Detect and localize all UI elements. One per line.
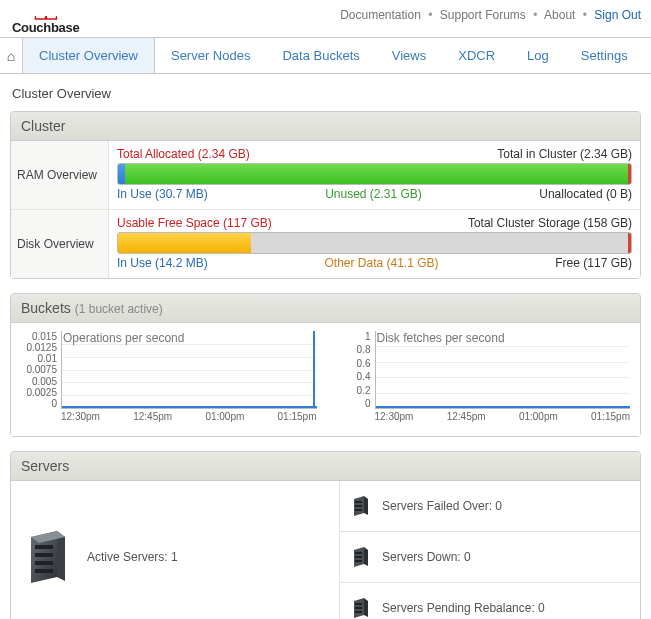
servers-failed-over-row: Servers Failed Over: 0 bbox=[340, 481, 640, 532]
ops-chart-title: Operations per second bbox=[63, 331, 184, 345]
ram-unallocated: Unallocated (0 B) bbox=[539, 187, 632, 201]
disk-total-storage: Total Cluster Storage (158 GB) bbox=[468, 216, 632, 230]
disk-overview-row: Disk Overview Usable Free Space (117 GB)… bbox=[11, 210, 640, 278]
tab-server-nodes[interactable]: Server Nodes bbox=[155, 38, 266, 73]
y-tick: 0.0125 bbox=[26, 342, 57, 353]
x-tick: 01:15pm bbox=[278, 411, 317, 422]
documentation-link[interactable]: Documentation bbox=[340, 8, 421, 22]
fetch-chart-title: Disk fetches per second bbox=[377, 331, 505, 345]
disk-usable-free: Usable Free Space (117 GB) bbox=[117, 216, 272, 230]
couchbase-logo-icon: ⎵⎵ bbox=[35, 6, 57, 20]
y-tick: 0.0075 bbox=[26, 364, 57, 375]
svg-marker-13 bbox=[364, 547, 368, 566]
page-title: Cluster Overview bbox=[12, 86, 641, 101]
servers-panel-header: Servers bbox=[11, 452, 640, 481]
server-icon bbox=[352, 597, 370, 619]
x-tick: 01:00pm bbox=[205, 411, 244, 422]
tab-log[interactable]: Log bbox=[511, 38, 565, 73]
separator: • bbox=[428, 8, 432, 22]
home-icon[interactable]: ⌂ bbox=[0, 40, 22, 72]
ram-overview-label: RAM Overview bbox=[11, 141, 109, 209]
ram-bar-end-tick bbox=[628, 163, 631, 185]
disk-bar-end-tick bbox=[628, 232, 631, 254]
support-forums-link[interactable]: Support Forums bbox=[440, 8, 526, 22]
ram-bar bbox=[117, 163, 632, 185]
ram-total-allocated: Total Allocated (2.34 GB) bbox=[117, 147, 250, 161]
servers-down-text: Servers Down: 0 bbox=[382, 550, 471, 564]
sign-out-link[interactable]: Sign Out bbox=[594, 8, 641, 22]
y-tick: 0.8 bbox=[357, 344, 371, 355]
top-links: Documentation • Support Forums • About •… bbox=[340, 6, 641, 22]
x-tick: 12:30pm bbox=[375, 411, 414, 422]
logo[interactable]: ⎵⎵ Couchbase bbox=[12, 6, 79, 35]
y-tick: 0.2 bbox=[357, 385, 371, 396]
y-tick: 0.0025 bbox=[26, 387, 57, 398]
buckets-header-title: Buckets bbox=[21, 300, 71, 316]
servers-pending-rebalance-text: Servers Pending Rebalance: 0 bbox=[382, 601, 545, 615]
svg-rect-21 bbox=[355, 611, 362, 613]
svg-rect-6 bbox=[35, 569, 53, 573]
svg-rect-19 bbox=[355, 603, 362, 605]
disk-bar bbox=[117, 232, 632, 254]
svg-rect-4 bbox=[35, 553, 53, 557]
tab-data-buckets[interactable]: Data Buckets bbox=[266, 38, 375, 73]
ram-in-use: In Use (30.7 MB) bbox=[117, 187, 208, 201]
disk-free: Free (117 GB) bbox=[555, 256, 632, 270]
y-tick: 0 bbox=[51, 398, 57, 409]
ops-chart: Operations per second 0.015 0.0125 0.01 … bbox=[21, 331, 317, 422]
svg-marker-8 bbox=[364, 496, 368, 515]
servers-down-row: Servers Down: 0 bbox=[340, 532, 640, 583]
y-tick: 1 bbox=[365, 331, 371, 342]
svg-rect-14 bbox=[355, 552, 362, 554]
buckets-header-sub: (1 bucket active) bbox=[75, 302, 163, 316]
main-nav: ⌂ Cluster Overview Server Nodes Data Buc… bbox=[0, 38, 651, 74]
tab-xdcr[interactable]: XDCR bbox=[442, 38, 511, 73]
separator: • bbox=[583, 8, 587, 22]
fetch-x-axis: 12:30pm 12:45pm 01:00pm 01:15pm bbox=[375, 411, 631, 422]
svg-rect-20 bbox=[355, 607, 362, 609]
x-tick: 12:30pm bbox=[61, 411, 100, 422]
svg-rect-10 bbox=[355, 505, 362, 507]
disk-overview-label: Disk Overview bbox=[11, 210, 109, 278]
about-link[interactable]: About bbox=[544, 8, 575, 22]
server-icon bbox=[352, 546, 370, 568]
active-servers-text: Active Servers: 1 bbox=[87, 550, 178, 564]
y-tick: 0.005 bbox=[32, 376, 57, 387]
servers-pending-rebalance-row: Servers Pending Rebalance: 0 bbox=[340, 583, 640, 619]
tab-settings[interactable]: Settings bbox=[565, 38, 644, 73]
disk-in-use: In Use (14.2 MB) bbox=[117, 256, 208, 270]
server-icon bbox=[25, 529, 69, 585]
y-tick: 0.01 bbox=[38, 353, 57, 364]
content: Cluster Overview Cluster RAM Overview To… bbox=[0, 74, 651, 619]
svg-rect-5 bbox=[35, 561, 53, 565]
svg-rect-16 bbox=[355, 560, 362, 562]
ram-unused: Unused (2.31 GB) bbox=[325, 187, 422, 201]
tab-cluster-overview[interactable]: Cluster Overview bbox=[22, 38, 155, 73]
cluster-panel: Cluster RAM Overview Total Allocated (2.… bbox=[10, 111, 641, 279]
tab-views[interactable]: Views bbox=[376, 38, 442, 73]
x-tick: 01:15pm bbox=[591, 411, 630, 422]
ram-total-in-cluster: Total in Cluster (2.34 GB) bbox=[497, 147, 632, 161]
buckets-panel: Buckets (1 bucket active) Operations per… bbox=[10, 293, 641, 437]
svg-rect-11 bbox=[355, 509, 362, 511]
ram-overview-row: RAM Overview Total Allocated (2.34 GB) T… bbox=[11, 141, 640, 210]
y-tick: 0.4 bbox=[357, 371, 371, 382]
svg-rect-9 bbox=[355, 501, 362, 503]
ops-y-axis: 0.015 0.0125 0.01 0.0075 0.005 0.0025 0 bbox=[21, 331, 61, 409]
buckets-panel-header: Buckets (1 bucket active) bbox=[11, 294, 640, 323]
disk-other-data: Other Data (41.1 GB) bbox=[324, 256, 438, 270]
x-tick: 12:45pm bbox=[447, 411, 486, 422]
svg-rect-15 bbox=[355, 556, 362, 558]
header: ⎵⎵ Couchbase Documentation • Support For… bbox=[0, 0, 651, 38]
fetch-y-axis: 1 0.8 0.6 0.4 0.2 0 bbox=[335, 331, 375, 409]
x-tick: 12:45pm bbox=[133, 411, 172, 422]
y-tick: 0.015 bbox=[32, 331, 57, 342]
logo-text: Couchbase bbox=[12, 20, 79, 35]
y-tick: 0.6 bbox=[357, 358, 371, 369]
active-servers-cell: Active Servers: 1 bbox=[11, 481, 340, 619]
ops-x-axis: 12:30pm 12:45pm 01:00pm 01:15pm bbox=[61, 411, 317, 422]
fetch-chart: Disk fetches per second 1 0.8 0.6 0.4 0.… bbox=[335, 331, 631, 422]
servers-panel: Servers Active Servers bbox=[10, 451, 641, 619]
y-tick: 0 bbox=[365, 398, 371, 409]
svg-marker-18 bbox=[364, 598, 368, 617]
